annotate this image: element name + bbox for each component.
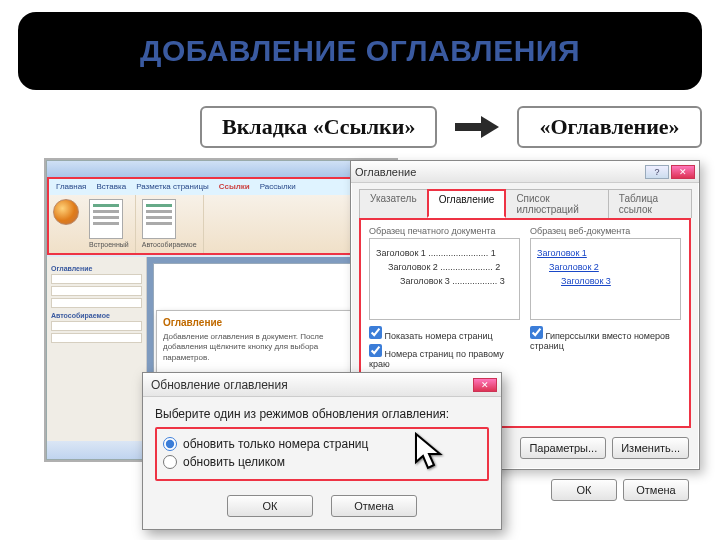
dialog-titlebar: Обновление оглавления ✕ [143,373,501,397]
gallery-item[interactable] [51,321,142,331]
checkbox-label: Гиперссылки вместо номеров страниц [530,331,670,351]
close-icon[interactable]: ✕ [671,165,695,179]
arrow-icon [455,116,499,138]
word-titlebar [47,161,395,177]
radio-update-page-numbers[interactable]: обновить только номера страниц [163,437,481,451]
dialog-title: Обновление оглавления [147,378,288,392]
slide-title-banner: ДОБАВЛЕНИЕ ОГЛАВЛЕНИЯ [18,12,702,90]
ribbon-tab-references[interactable]: Ссылки [216,181,253,193]
update-prompt: Выберите один из режимов обновления огла… [155,407,489,421]
dialog-title: Оглавление [355,166,416,178]
label-print-preview: Образец печатного документа [369,226,520,236]
checkbox-hyperlinks[interactable]: Гиперссылки вместо номеров страниц [530,326,681,351]
web-preview-box: Заголовок 1 Заголовок 2 Заголовок 3 [530,238,681,320]
options-button[interactable]: Параметры... [520,437,606,459]
cancel-button[interactable]: Отмена [331,495,417,517]
radio-label: обновить только номера страниц [183,437,368,451]
modify-button[interactable]: Изменить... [612,437,689,459]
preview-line: Заголовок 1 [537,248,674,258]
ribbon-tab-home[interactable]: Главная [53,181,89,193]
toc-gallery-icon[interactable] [89,199,123,239]
help-button[interactable]: ? [645,165,669,179]
ribbon-group-label: Встроенный [89,241,129,248]
print-preview-box: Заголовок 1 ........................ 1 З… [369,238,520,320]
cancel-button[interactable]: Отмена [623,479,689,501]
update-mode-group: обновить только номера страниц обновить … [155,427,489,481]
slide-title: ДОБАВЛЕНИЕ ОГЛАВЛЕНИЯ [140,34,580,68]
preview-line: Заголовок 3 .................. 3 [376,276,513,286]
gallery-item[interactable] [51,298,142,308]
toc-gallery-pane: Оглавление Автособираемое [47,257,147,441]
preview-line: Заголовок 3 [537,276,674,286]
radio-update-entire[interactable]: обновить целиком [163,455,481,469]
preview-line: Заголовок 2 [537,262,674,272]
gallery-item[interactable] [51,333,142,343]
label-web-preview: Образец веб-документа [530,226,681,236]
preview-line: Заголовок 1 ........................ 1 [376,248,513,258]
breadcrumb: Вкладка «Ссылки» «Оглавление» [200,106,702,148]
checkbox-right-align[interactable]: Номера страниц по правому краю [369,344,520,369]
radio-label: обновить целиком [183,455,285,469]
tooltip-body: Добавление оглавления в документ. После … [163,332,349,363]
dialog-update-toc: Обновление оглавления ✕ Выберите один из… [142,372,502,530]
ribbon-group-auto: Автособираемое [136,195,204,253]
gallery-heading: Оглавление [51,265,142,272]
checkbox-label: Показать номера страниц [385,331,493,341]
ribbon-group-label: Автособираемое [142,241,197,248]
close-icon[interactable]: ✕ [473,378,497,392]
checkbox-show-page-numbers[interactable]: Показать номера страниц [369,326,520,341]
crumb-oglavlenie: «Оглавление» [517,106,701,148]
crumb-tab-links: Вкладка «Ссылки» [200,106,437,148]
ribbon-tab-layout[interactable]: Разметка страницы [133,181,212,193]
ribbon-tabstrip: Главная Вставка Разметка страницы Ссылки… [47,177,395,195]
dialog-tabstrip: Указатель Оглавление Список иллюстраций … [351,183,699,218]
toc-gallery-icon[interactable] [142,199,176,239]
checkbox-label: Номера страниц по правому краю [369,349,504,369]
ribbon: Встроенный Автособираемое [47,195,395,255]
tab-figures[interactable]: Список иллюстраций [505,189,608,218]
tab-index[interactable]: Указатель [359,189,428,218]
ok-button[interactable]: ОК [227,495,313,517]
gallery-item[interactable] [51,274,142,284]
ribbon-group-toc: Встроенный [83,195,136,253]
dialog-titlebar: Оглавление ? ✕ [351,161,699,183]
gallery-heading: Автособираемое [51,312,142,319]
ribbon-tab-insert[interactable]: Вставка [93,181,129,193]
preview-line: Заголовок 2 ..................... 2 [376,262,513,272]
gallery-item[interactable] [51,286,142,296]
tooltip-title: Оглавление [163,317,349,328]
tab-authorities[interactable]: Таблица ссылок [608,189,692,218]
office-button-icon[interactable] [53,199,79,225]
ok-button[interactable]: ОК [551,479,617,501]
tab-toc[interactable]: Оглавление [427,189,507,218]
ribbon-tab-mail[interactable]: Рассылки [257,181,299,193]
